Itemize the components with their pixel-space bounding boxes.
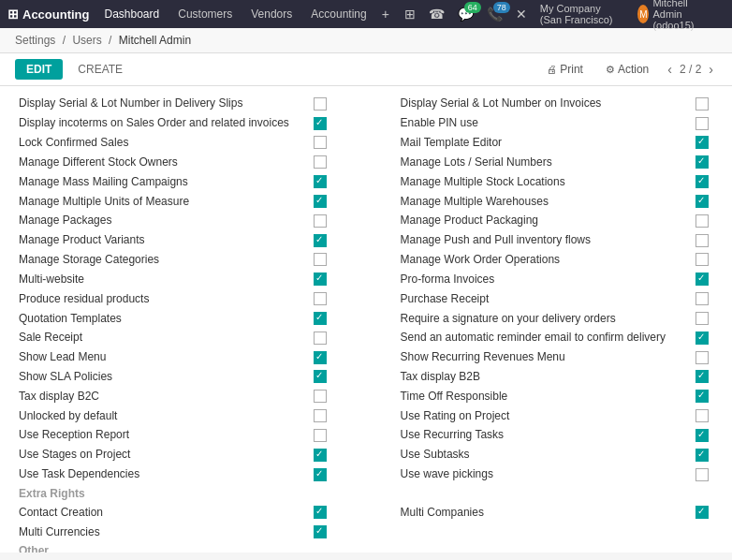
- right-checkbox[interactable]: [695, 390, 709, 403]
- right-checkbox[interactable]: [695, 214, 709, 228]
- right-checkbox[interactable]: [695, 332, 709, 345]
- nav-customers[interactable]: Customers: [170, 4, 240, 24]
- right-checkbox[interactable]: [695, 97, 709, 111]
- right-checkbox[interactable]: [695, 273, 709, 286]
- right-checkbox[interactable]: [695, 175, 709, 188]
- right-checkbox-cell[interactable]: [686, 288, 717, 308]
- left-checkbox-cell[interactable]: [305, 445, 336, 464]
- left-checkbox[interactable]: [314, 136, 327, 149]
- left-checkbox-cell[interactable]: [305, 425, 336, 445]
- close-icon-button[interactable]: ✕: [512, 5, 531, 23]
- nav-add-button[interactable]: +: [378, 7, 393, 22]
- left-checkbox[interactable]: [314, 332, 327, 345]
- left-checkbox-cell[interactable]: [305, 211, 336, 230]
- left-checkbox-cell[interactable]: [305, 113, 336, 133]
- right-checkbox-cell[interactable]: [686, 211, 717, 230]
- right-checkbox[interactable]: [695, 195, 709, 208]
- left-checkbox[interactable]: [314, 409, 327, 422]
- left-checkbox[interactable]: [314, 390, 327, 403]
- left-checkbox-cell[interactable]: [305, 347, 336, 367]
- app-logo[interactable]: ⊞ Accounting: [7, 7, 90, 22]
- right-checkbox[interactable]: [695, 312, 709, 325]
- left-checkbox-cell[interactable]: [305, 171, 336, 191]
- phone-icon-button[interactable]: ☎: [425, 5, 448, 23]
- left-checkbox-cell[interactable]: [305, 328, 336, 347]
- left-checkbox[interactable]: [314, 97, 327, 111]
- left-checkbox[interactable]: [314, 292, 327, 305]
- nav-dashboard[interactable]: Dashboard: [97, 4, 168, 24]
- right-checkbox[interactable]: [695, 468, 709, 481]
- right-checkbox[interactable]: [695, 253, 709, 266]
- left-checkbox-cell[interactable]: [305, 230, 336, 250]
- print-button[interactable]: Print: [539, 59, 591, 80]
- next-page-button[interactable]: ›: [705, 60, 717, 79]
- right-checkbox[interactable]: [695, 506, 709, 519]
- right-checkbox-cell[interactable]: [686, 269, 717, 288]
- left-checkbox-cell[interactable]: [305, 94, 336, 113]
- right-checkbox-cell[interactable]: [686, 445, 717, 464]
- left-checkbox[interactable]: [314, 525, 327, 538]
- right-checkbox[interactable]: [695, 292, 709, 305]
- left-checkbox[interactable]: [314, 429, 327, 442]
- right-checkbox-cell[interactable]: [686, 171, 717, 191]
- left-checkbox-cell[interactable]: [305, 133, 336, 153]
- right-checkbox-cell[interactable]: [686, 152, 717, 171]
- right-checkbox-cell[interactable]: [686, 386, 717, 405]
- left-checkbox[interactable]: [314, 468, 327, 481]
- apps-icon-button[interactable]: ⊞: [401, 5, 419, 23]
- left-checkbox-cell[interactable]: [305, 522, 336, 541]
- right-checkbox-cell[interactable]: [686, 308, 717, 328]
- right-checkbox-cell[interactable]: [686, 113, 717, 133]
- right-checkbox-cell[interactable]: [686, 405, 717, 425]
- right-checkbox-cell[interactable]: [686, 133, 717, 153]
- create-button[interactable]: CREATE: [70, 59, 130, 80]
- right-checkbox-cell[interactable]: [686, 367, 717, 387]
- right-checkbox-cell[interactable]: [686, 191, 717, 211]
- right-checkbox[interactable]: [695, 409, 709, 422]
- nav-accounting[interactable]: Accounting: [303, 4, 373, 24]
- left-checkbox[interactable]: [314, 449, 327, 462]
- right-checkbox-cell[interactable]: [686, 347, 717, 367]
- left-checkbox[interactable]: [314, 195, 327, 208]
- right-checkbox[interactable]: [695, 117, 709, 130]
- breadcrumb-users[interactable]: Users: [72, 34, 101, 47]
- left-checkbox[interactable]: [314, 273, 327, 286]
- left-checkbox[interactable]: [314, 312, 327, 325]
- left-checkbox[interactable]: [314, 234, 327, 247]
- right-checkbox[interactable]: [695, 234, 709, 247]
- right-checkbox-cell[interactable]: [686, 522, 717, 541]
- right-checkbox[interactable]: [695, 449, 709, 462]
- left-checkbox-cell[interactable]: [305, 191, 336, 211]
- left-checkbox[interactable]: [314, 214, 327, 228]
- left-checkbox-cell[interactable]: [305, 367, 336, 387]
- left-checkbox-cell[interactable]: [305, 288, 336, 308]
- right-checkbox[interactable]: [695, 136, 709, 149]
- left-checkbox[interactable]: [314, 155, 327, 169]
- right-checkbox-cell[interactable]: [686, 94, 717, 113]
- left-checkbox[interactable]: [314, 351, 327, 364]
- left-checkbox-cell[interactable]: [305, 386, 336, 405]
- right-checkbox-cell[interactable]: [686, 464, 717, 484]
- breadcrumb-settings[interactable]: Settings: [15, 34, 55, 47]
- user-menu[interactable]: M Mitchell Admin (odoo15): [632, 0, 725, 31]
- left-checkbox-cell[interactable]: [305, 464, 336, 484]
- right-checkbox[interactable]: [695, 155, 709, 169]
- left-checkbox[interactable]: [314, 370, 327, 383]
- nav-vendors[interactable]: Vendors: [243, 4, 300, 24]
- left-checkbox-cell[interactable]: [305, 308, 336, 328]
- chat-icon-button[interactable]: 💬 64: [454, 5, 477, 23]
- left-checkbox[interactable]: [314, 506, 327, 519]
- right-checkbox-cell[interactable]: [686, 230, 717, 250]
- action-button[interactable]: Action: [598, 59, 656, 80]
- left-checkbox-cell[interactable]: [305, 250, 336, 270]
- left-checkbox[interactable]: [314, 253, 327, 266]
- left-checkbox-cell[interactable]: [305, 503, 336, 523]
- left-checkbox-cell[interactable]: [305, 152, 336, 171]
- left-checkbox-cell[interactable]: [305, 269, 336, 288]
- right-checkbox-cell[interactable]: [686, 250, 717, 270]
- right-checkbox[interactable]: [695, 351, 709, 364]
- left-checkbox-cell[interactable]: [305, 405, 336, 425]
- prev-page-button[interactable]: ‹: [664, 60, 676, 79]
- left-checkbox[interactable]: [314, 175, 327, 188]
- right-checkbox-cell[interactable]: [686, 503, 717, 523]
